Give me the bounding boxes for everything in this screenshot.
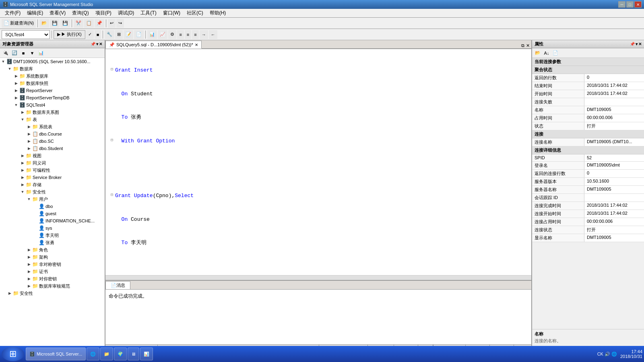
menu-community[interactable]: 社区(C) — [184, 9, 206, 17]
indent-button[interactable]: → — [200, 30, 208, 39]
editor-scroll-area[interactable]: ⊟ Grant Insert On Student To 张勇 — [105, 49, 531, 275]
props-category-button[interactable]: 📂 — [534, 49, 542, 57]
show-plan-button[interactable]: 📊 — [147, 30, 157, 39]
menu-query[interactable]: 查询(Q) — [69, 9, 92, 17]
report-button[interactable]: 📊 — [37, 49, 45, 57]
tree-node-schema[interactable]: ▶ 📁 架构 — [0, 253, 105, 261]
tree-node-student[interactable]: ▶ 📋 dbo.Student — [0, 145, 105, 152]
expander-user-zhangyong[interactable] — [32, 239, 39, 246]
expander-db-snapshots[interactable]: ▶ — [13, 80, 19, 86]
tree-node-asymmetric-keys[interactable]: ▶ 📁 非对称密钥 — [0, 261, 105, 268]
copy-button[interactable]: 📋 — [84, 19, 94, 28]
tree-node-user-zhangyong[interactable]: 👤 张勇 — [0, 239, 105, 246]
menu-debug[interactable]: 调试(D) — [115, 9, 138, 17]
expander-asymmetric-keys[interactable]: ▶ — [26, 261, 32, 267]
align-center-button[interactable]: ≡ — [185, 30, 191, 39]
collapse-button[interactable]: ▾ — [96, 42, 98, 46]
expander-symmetric-keys[interactable]: ▶ — [26, 276, 32, 282]
query-opts-button[interactable]: ⚙ — [168, 30, 176, 39]
expander-root-security[interactable]: ▶ — [6, 290, 13, 296]
tree-node-reportservertempdb[interactable]: ▶ 🗄️ ReportServerTempDB — [0, 94, 105, 101]
menu-edit[interactable]: 编辑(E) — [24, 9, 46, 17]
menu-project[interactable]: 项目(P) — [92, 9, 115, 17]
new-query-button[interactable]: 📄 新建查询(N) — [2, 19, 36, 28]
expander-course[interactable]: ▶ — [26, 131, 32, 137]
code-editor-container[interactable]: ⊟ Grant Insert On Student To 张勇 — [105, 49, 531, 280]
expander-system-dbs[interactable]: ▶ — [13, 73, 19, 79]
tree-node-db-security[interactable]: ▼ 📁 安全性 — [0, 188, 105, 195]
menu-file[interactable]: 文件(F) — [2, 9, 24, 17]
editor-horizontal-scrollbar[interactable] — [105, 275, 531, 280]
debug-button[interactable]: 🔧 — [105, 30, 114, 39]
taskbar-app-ssms[interactable]: 🗄️ Microsoft SQL Server... — [26, 348, 86, 360]
tree-node-db-diagram[interactable]: ▶ 📁 数据库关系图 — [0, 109, 105, 116]
tree-node-system-dbs[interactable]: ▶ 📁 系统数据库 — [0, 72, 105, 80]
stop-button[interactable]: ■ — [19, 49, 27, 57]
tree-node-sc[interactable]: ▶ 📋 dbo.SC — [0, 138, 105, 145]
cut-button[interactable]: ✂️ — [74, 19, 83, 28]
align-right-button[interactable]: ≡ — [192, 30, 198, 39]
expander-db-diagram[interactable]: ▶ — [19, 109, 26, 115]
expander-sqltest4[interactable]: ▼ — [13, 102, 19, 108]
start-button[interactable]: ⊞ — [2, 347, 24, 361]
expander-user-guest[interactable] — [32, 210, 39, 217]
expander-user-info-schema[interactable] — [32, 218, 39, 224]
tree-node-system-tables[interactable]: ▶ 📁 系统表 — [0, 123, 105, 130]
tree-node-programmability[interactable]: ▶ 📁 可编程性 — [0, 167, 105, 174]
tree-node-course[interactable]: ▶ 📋 dbo.Course — [0, 130, 105, 138]
menu-window[interactable]: 窗口(W) — [160, 9, 184, 17]
expander-db-audit[interactable]: ▶ — [26, 283, 32, 289]
tree-node-databases[interactable]: ▼ 📁 数据库 — [0, 65, 105, 72]
refresh-button[interactable]: 🔄 — [10, 49, 19, 57]
database-selector[interactable]: SQLTest4 — [2, 30, 50, 39]
tree-node-synonyms[interactable]: ▶ 📁 同义词 — [0, 159, 105, 167]
cancel-query-button[interactable]: ■ — [95, 30, 101, 39]
expander-user-dbo[interactable] — [32, 203, 39, 210]
tree-view[interactable]: ▼ 🗄️ DMT109005 (SQL Server 10.50.1600...… — [0, 58, 105, 353]
menu-help[interactable]: 帮助(H) — [206, 9, 229, 17]
results-file-button[interactable]: 📄 — [134, 30, 144, 39]
expander-schema[interactable]: ▶ — [26, 254, 32, 260]
code-editor[interactable]: ⊟ Grant Insert On Student To 张勇 — [105, 49, 531, 275]
tree-node-reportserver[interactable]: ▶ 🗄️ ReportServer — [0, 87, 105, 94]
tree-node-certificates[interactable]: ▶ 📁 证书 — [0, 268, 105, 275]
close-panel-button[interactable]: ✕ — [99, 42, 102, 46]
taskbar-clock[interactable]: 17:44 2018/10/31 — [620, 349, 642, 359]
expander-views[interactable]: ▶ — [19, 152, 26, 159]
tree-node-user-litianming[interactable]: 👤 李天明 — [0, 232, 105, 239]
open-button[interactable]: 📂 — [39, 19, 49, 28]
taskbar-app-ie[interactable]: 🌐 — [87, 348, 99, 360]
tree-node-user-dbo[interactable]: 👤 dbo — [0, 203, 105, 210]
taskbar-app-unknown[interactable]: 🖥 — [128, 348, 139, 360]
expander-storage[interactable]: ▶ — [19, 181, 26, 188]
undo-button[interactable]: ↩ — [108, 19, 116, 28]
tree-node-roles[interactable]: ▶ 📁 角色 — [0, 246, 105, 253]
taskbar-app-ppt[interactable]: 📊 — [140, 348, 153, 360]
minimize-button[interactable]: ─ — [618, 1, 625, 8]
tree-node-db-audit[interactable]: ▶ 📁 数据库审核规范 — [0, 282, 105, 290]
connect-button[interactable]: 🔌 — [2, 49, 10, 57]
expander-db-security[interactable]: ▼ — [19, 189, 26, 195]
align-left-button[interactable]: ≡ — [177, 30, 184, 39]
props-pages-button[interactable]: 📄 — [551, 49, 559, 57]
float-window-button[interactable]: ⧉ — [521, 43, 524, 48]
parse-button[interactable]: ✓ — [86, 30, 94, 39]
close-editor-button[interactable]: ✕ — [526, 43, 530, 48]
props-pin-button[interactable]: 📌 — [630, 42, 635, 46]
tree-node-db-snapshots[interactable]: ▶ 📁 数据库快照 — [0, 80, 105, 87]
expander-synonyms[interactable]: ▶ — [19, 160, 26, 166]
expander-student[interactable]: ▶ — [26, 145, 32, 152]
tree-node-tables[interactable]: ▼ 📁 表 — [0, 116, 105, 123]
expander-user-sys[interactable] — [32, 225, 39, 231]
results-text-button[interactable]: 📝 — [124, 30, 133, 39]
tree-node-sqltest4[interactable]: ▼ 🗄️ SQLTest4 — [0, 101, 105, 109]
expander-certificates[interactable]: ▶ — [26, 268, 32, 275]
outdent-button[interactable]: ← — [209, 30, 217, 39]
tree-node-user-guest[interactable]: 👤 guest — [0, 210, 105, 217]
expander-tables[interactable]: ▼ — [19, 116, 26, 123]
pin-button[interactable]: 📌 — [91, 42, 95, 46]
redo-button[interactable]: ↪ — [116, 19, 124, 28]
close-button[interactable]: ✕ — [634, 1, 642, 8]
tree-node-service-broker[interactable]: ▶ 📁 Service Broker — [0, 174, 105, 181]
results-grid-button[interactable]: ⊞ — [115, 30, 123, 39]
